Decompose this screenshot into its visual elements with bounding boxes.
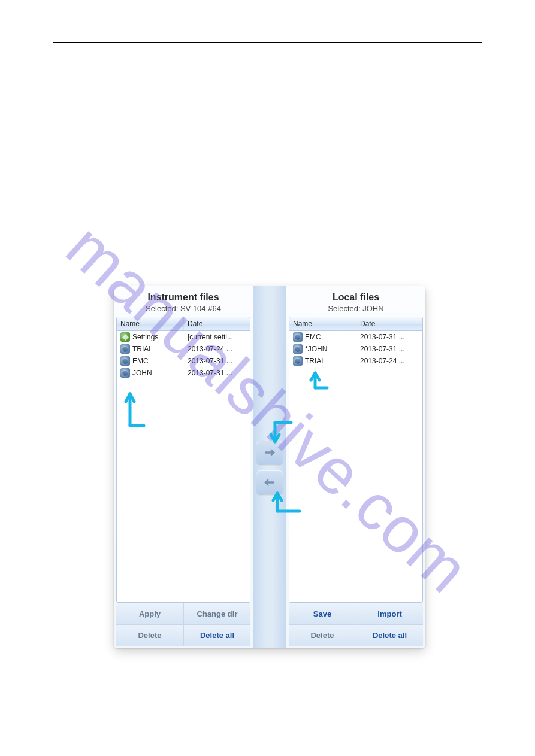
instrument-title: Instrument files [116, 289, 250, 304]
setup-file-icon [120, 344, 130, 354]
instrument-grid-header: Name Date [117, 317, 250, 331]
table-row[interactable]: JOHN 2013-07-31 ... [117, 367, 250, 379]
local-title: Local files [289, 289, 423, 304]
local-files-pane: Local files Selected: JOHN Name Date EMC… [286, 286, 425, 648]
cell-name: EMC [132, 357, 149, 365]
table-row[interactable]: TRIAL 2013-07-24 ... [289, 355, 422, 367]
table-row[interactable]: Settings [current setti... [117, 331, 250, 343]
arrow-right-icon [263, 446, 276, 459]
arrow-left-icon [263, 476, 276, 489]
settings-icon [120, 332, 130, 342]
cell-date: 2013-07-31 ... [356, 345, 422, 353]
cell-name: Settings [132, 333, 158, 341]
local-grid-header: Name Date [289, 317, 422, 331]
cell-date: 2013-07-31 ... [184, 369, 250, 377]
local-subtitle: Selected: JOHN [289, 304, 423, 317]
delete-button[interactable]: Delete [289, 625, 356, 646]
setup-file-icon [293, 344, 303, 354]
change-dir-button[interactable]: Change dir [183, 603, 250, 624]
setup-files-manager: Instrument files Selected: SV 104 #64 Na… [114, 286, 425, 648]
col-name-header[interactable]: Name [289, 317, 356, 330]
page-rule [53, 42, 482, 43]
col-name-header[interactable]: Name [117, 317, 184, 330]
move-left-button[interactable] [256, 470, 283, 494]
save-button[interactable]: Save [289, 603, 356, 624]
table-row[interactable]: TRIAL 2013-07-24 ... [117, 343, 250, 355]
local-button-row-2: Delete Delete all [289, 624, 423, 646]
instrument-files-pane: Instrument files Selected: SV 104 #64 Na… [114, 286, 253, 648]
instrument-grid: Name Date Settings [current setti... TRI… [116, 317, 250, 603]
local-grid-body: EMC 2013-07-31 ... *JOHN 2013-07-31 ... … [289, 331, 422, 602]
cell-name: TRIAL [305, 357, 325, 365]
instrument-subtitle: Selected: SV 104 #64 [116, 304, 250, 317]
cell-name: *JOHN [305, 345, 327, 353]
local-button-row-1: Save Import [289, 603, 423, 624]
setup-file-icon [120, 368, 130, 378]
cell-date: 2013-07-31 ... [356, 333, 422, 341]
move-right-button[interactable] [256, 441, 283, 464]
cell-date: [current setti... [184, 333, 250, 341]
delete-all-button[interactable]: Delete all [356, 625, 423, 646]
table-row[interactable]: *JOHN 2013-07-31 ... [289, 343, 422, 355]
cell-date: 2013-07-31 ... [184, 357, 250, 365]
cell-name: EMC [305, 333, 321, 341]
cell-name: JOHN [132, 369, 152, 377]
apply-button[interactable]: Apply [116, 603, 183, 624]
cell-date: 2013-07-24 ... [356, 357, 422, 365]
setup-file-icon [293, 356, 303, 366]
setup-file-icon [293, 332, 303, 342]
import-button[interactable]: Import [356, 603, 423, 624]
table-row[interactable]: EMC 2013-07-31 ... [117, 355, 250, 367]
setup-file-icon [120, 356, 130, 366]
instrument-button-row-2: Delete Delete all [116, 624, 250, 646]
delete-all-button[interactable]: Delete all [183, 625, 250, 646]
delete-button[interactable]: Delete [116, 625, 183, 646]
instrument-grid-body: Settings [current setti... TRIAL 2013-07… [117, 331, 250, 602]
instrument-button-row-1: Apply Change dir [116, 603, 250, 624]
table-row[interactable]: EMC 2013-07-31 ... [289, 331, 422, 343]
local-grid: Name Date EMC 2013-07-31 ... *JOHN 2013-… [289, 317, 423, 603]
cell-name: TRIAL [132, 345, 153, 353]
col-date-header[interactable]: Date [356, 317, 422, 330]
cell-date: 2013-07-24 ... [184, 345, 250, 353]
transfer-column [253, 286, 286, 648]
col-date-header[interactable]: Date [184, 317, 250, 330]
